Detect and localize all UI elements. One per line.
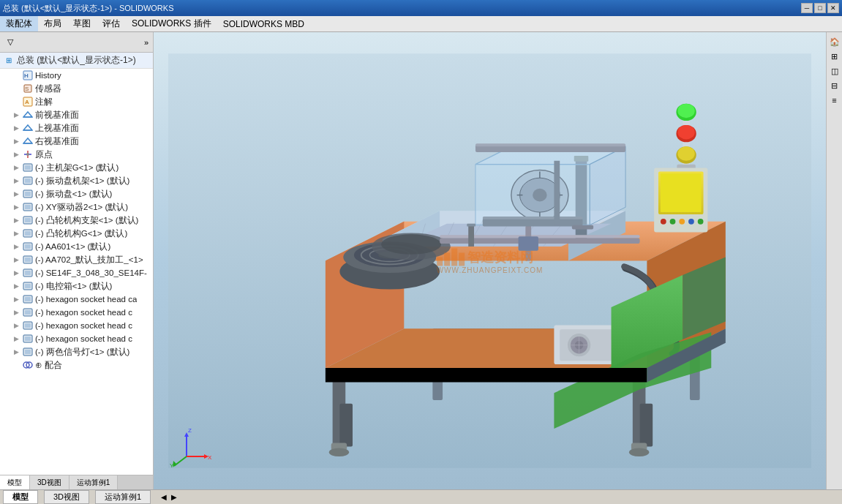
left-toolbar: ▽ » [0,32,153,53]
tree-icon-origin [22,148,34,160]
menu-item-1[interactable]: 布局 [38,16,67,31]
tree-label-mate: ⊕ 配合 [35,360,62,371]
section-view-button[interactable]: ⊟ [828,79,841,92]
tree-item-cam_support[interactable]: ▶(-) 凸轮机构支架<1> (默认) [0,214,153,227]
svg-rect-133 [475,143,625,146]
expand-icon-aa601: ▶ [12,242,20,251]
svg-rect-32 [25,271,31,275]
tree-item-xy_driver2[interactable]: ▶(-) XY驱动器2<1> (默认) [0,200,153,214]
svg-point-124 [329,448,349,456]
menu-item-5[interactable]: SOLIDWORKS MBD [217,18,310,31]
menu-item-3[interactable]: 评估 [97,16,126,31]
svg-text:S: S [25,86,29,92]
status-bar: 模型 3D视图 运动算例1 ◀ ▶ [0,489,842,504]
svg-marker-10 [23,138,32,143]
tree-label-chassis: (-) 主机架G<1> (默认) [35,162,119,173]
menu-item-0[interactable]: 装配体 [0,16,38,31]
svg-point-82 [677,104,694,119]
tree-item-elec_box[interactable]: ▶(-) 电控箱<1> (默认) [0,279,153,293]
tree-label-annotation: 注解 [35,97,53,108]
tree-icon-xy_driver2 [22,201,34,213]
tree-icon-aa702 [22,254,34,266]
tree-icon-hex2 [22,306,34,318]
tree-item-annotation[interactable]: ▶A注解 [0,95,153,108]
scroll-right-button[interactable]: ▶ [170,493,178,501]
tree-item-front_plane[interactable]: ▶前视基准面 [0,108,153,121]
right-sidebar: 🏠 ⊞ ◫ ⊟ ≡ [826,32,842,489]
svg-marker-6 [23,112,32,117]
tree-icon-chassis [22,162,34,173]
tree-item-aa601[interactable]: ▶(-) AA601<1> (默认) [0,240,153,253]
feature-tree[interactable]: ⊞ 总装 (默认<默认_显示状态-1>) ▶HHistory▶S传感器▶A注解▶… [0,53,153,475]
tree-item-hex4[interactable]: ▶(-) hexagon socket head c [0,332,153,345]
svg-rect-128 [468,225,474,247]
tree-item-chassis[interactable]: ▶(-) 主机架G<1> (默认) [0,161,153,174]
tree-root-node[interactable]: ⊞ 总装 (默认<默认_显示状态-1>) [0,53,153,69]
status-scroll-buttons: ◀ ▶ [159,493,178,501]
3d-viewport[interactable]: 智造资料网 WWW.ZHUANGPEIXT.COM Z X Y [154,32,826,489]
tree-icon-vibration_disk [22,188,34,200]
tree-item-right_plane[interactable]: ▶右视基准面 [0,135,153,148]
expand-icon-aa702: ▶ [12,255,20,264]
tree-item-se14f[interactable]: ▶(-) SE14F_3_048_30_SE14F- [0,266,153,279]
expand-icon-top_plane: ▶ [12,124,20,132]
expand-button[interactable]: » [143,37,150,48]
minimize-button[interactable]: ─ [801,3,813,13]
svg-rect-109 [519,236,538,251]
svg-rect-51 [640,404,653,447]
svg-text:Y: Y [170,462,174,467]
tree-item-hex2[interactable]: ▶(-) hexagon socket head c [0,306,153,319]
tree-icon-vibration_frame [22,175,34,187]
tab-model[interactable]: 模型 [0,475,30,489]
tab-3dview[interactable]: 3D视图 [30,475,69,489]
title-bar-text: 总装 (默认<默认_显示状态-1>) - SOLIDWORKS [3,3,173,14]
tree-item-mate[interactable]: ⊕ 配合 [0,358,153,372]
view-options-button[interactable]: ≡ [828,94,841,107]
svg-point-77 [381,234,441,254]
statusbar-tab-motion[interactable]: 运动算例1 [95,490,151,504]
tab-motion[interactable]: 运动算例1 [69,475,119,489]
expand-icon-cam_mech: ▶ [12,229,20,238]
tree-label-hex3: (-) hexagon socket head c [35,321,132,330]
filter-button[interactable]: ▽ [3,35,18,50]
tree-item-hex1[interactable]: ▶(-) hexagon socket head ca [0,293,153,306]
tree-item-origin[interactable]: ▶原点 [0,148,153,161]
menu-item-2[interactable]: 草图 [67,16,97,31]
tree-icon-hex1 [22,293,34,305]
display-style-button[interactable]: ◫ [828,64,841,78]
tree-item-aa702[interactable]: ▶(-) AA702_默认_技加工_<1> [0,253,153,266]
svg-rect-24 [25,218,31,222]
expand-icon-hex4: ▶ [12,334,20,343]
statusbar-tab-3dview[interactable]: 3D视图 [44,490,89,504]
tree-item-hex3[interactable]: ▶(-) hexagon socket head c [0,319,153,332]
window-controls: ─ □ ✕ [801,3,839,13]
tree-item-history[interactable]: ▶HHistory [0,69,153,82]
tree-item-top_plane[interactable]: ▶上视基准面 [0,121,153,135]
svg-rect-30 [25,257,31,262]
restore-button[interactable]: □ [814,3,826,13]
svg-rect-34 [25,284,31,288]
scroll-left-button[interactable]: ◀ [159,493,168,501]
tree-label-hex4: (-) hexagon socket head c [35,334,132,343]
statusbar-tab-model[interactable]: 模型 [3,490,38,504]
close-button[interactable]: ✕ [827,3,839,13]
tree-icon-mate [22,359,34,371]
tree-icon-history: H [22,69,34,81]
expand-icon-hex1: ▶ [12,295,20,304]
expand-icon-hex2: ▶ [12,308,20,317]
tree-label-vibration_disk: (-) 振动盘<1> (默认) [35,189,112,200]
tree-item-signal_light[interactable]: ▶(-) 两色信号灯<1> (默认) [0,345,153,358]
tree-item-vibration_frame[interactable]: ▶(-) 振动盘机架<1> (默认) [0,174,153,187]
expand-icon-hex3: ▶ [12,321,20,330]
svg-point-92 [670,219,676,225]
tree-item-vibration_disk[interactable]: ▶(-) 振动盘<1> (默认) [0,187,153,200]
tree-item-cam_mech[interactable]: ▶(-) 凸轮机构G<1> (默认) [0,227,153,240]
tree-label-cam_support: (-) 凸轮机构支架<1> (默认) [35,215,138,226]
svg-rect-44 [25,350,31,354]
home-view-button[interactable]: 🏠 [828,35,841,48]
menu-item-4[interactable]: SOLIDWORKS 插件 [126,16,217,31]
svg-marker-120 [326,368,647,383]
zoom-to-fit-button[interactable]: ⊞ [828,50,841,63]
tree-label-right_plane: 右视基准面 [35,136,79,147]
tree-item-sensor[interactable]: ▶S传感器 [0,82,153,95]
